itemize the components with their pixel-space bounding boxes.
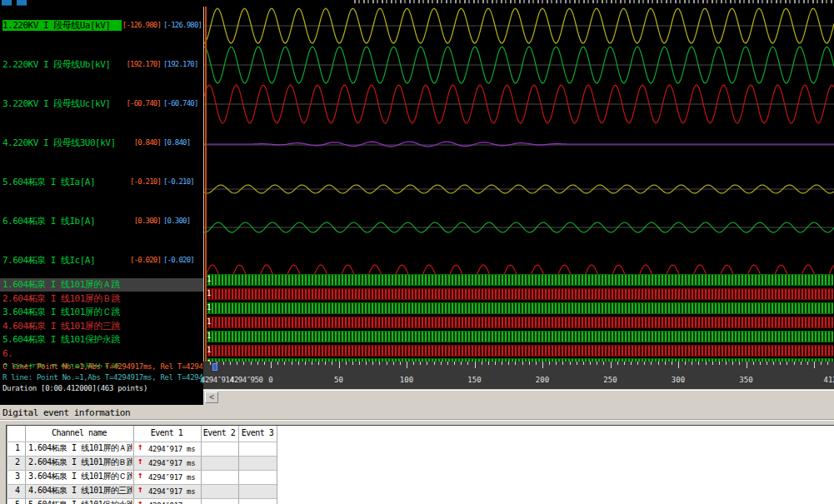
axis-tick bbox=[230, 362, 231, 365]
axis-tick bbox=[672, 362, 672, 365]
table-header-event-1: Event 1 bbox=[151, 428, 183, 438]
scroll-left-button[interactable]: < bbox=[205, 392, 218, 403]
digital-bar-value: 1 bbox=[207, 332, 211, 341]
toolbar-icon-2[interactable] bbox=[17, 0, 27, 6]
cursor-c-status: C line: Point No.=1,Abs T=4294917ms, Rel… bbox=[2, 362, 202, 372]
analog-channel-row[interactable]: 3.220KV I 段母线Uc[kV][-60.740][-60.740] bbox=[0, 98, 203, 110]
axis-label: 300 bbox=[672, 376, 685, 384]
axis-tick bbox=[475, 362, 476, 368]
event-channel-name[interactable]: 1.604柘泉 I 线101屏的Ａ跳 bbox=[28, 443, 132, 453]
cursor-c-line[interactable] bbox=[205, 7, 207, 372]
axis-tick bbox=[821, 362, 822, 365]
axis-tick bbox=[617, 362, 618, 365]
digital-channel-row[interactable]: 3.604柘泉 I 线101屏的Ｃ跳 bbox=[0, 306, 203, 319]
axis-tick bbox=[678, 362, 679, 368]
axis-tick bbox=[726, 362, 727, 365]
ruler-absolute-time-labels: 4294″9144294″950 bbox=[200, 376, 300, 385]
analog-channel-row[interactable]: 4.220KV I 段母线3U0[kV][0.840][0.840] bbox=[0, 137, 203, 149]
axis-tick bbox=[223, 362, 224, 365]
axis-tick bbox=[352, 362, 353, 365]
event-channel-name[interactable]: 2.604柘泉 I 线101屏的Ｂ跳 bbox=[28, 457, 132, 467]
separator-highlight bbox=[0, 420, 834, 421]
event-row-number: 4 bbox=[15, 486, 20, 496]
axis-tick bbox=[413, 362, 414, 365]
event-channel-name[interactable]: 3.604柘泉 I 线101屏的Ｃ跳 bbox=[28, 472, 132, 482]
channel-value-instant: [-0.020] bbox=[121, 255, 161, 266]
cursor-handle[interactable] bbox=[212, 363, 217, 371]
event-time: 4294″917 ms bbox=[148, 472, 195, 482]
digital-bar-value: 1 bbox=[207, 346, 211, 355]
event-rise-arrow-icon: ↑ bbox=[137, 457, 142, 467]
axis-tick bbox=[400, 362, 401, 365]
section-title: Digital event information bbox=[2, 407, 130, 418]
digital-channel-row[interactable]: 2.604柘泉 I 线101屏的Ｂ跳 bbox=[0, 292, 203, 306]
axis-tick bbox=[427, 362, 427, 365]
axis-tick bbox=[264, 362, 265, 365]
axis-tick bbox=[312, 362, 312, 365]
digital-channel-row[interactable]: 6. bbox=[0, 347, 203, 361]
channel-label: 2.220KV I 段母线Ub[kV] bbox=[2, 59, 122, 70]
waveforms bbox=[204, 7, 834, 275]
axis-tick bbox=[434, 362, 435, 365]
axis-tick bbox=[508, 362, 509, 365]
axis-tick bbox=[739, 362, 740, 365]
analog-channel-row[interactable]: 7.604柘泉 I 线Ic[A][-0.020][-0.020] bbox=[0, 255, 203, 267]
axis-tick bbox=[461, 362, 462, 365]
event-channel-name[interactable]: 4.604柘泉 I 线101屏的三跳 bbox=[28, 486, 132, 496]
panel-divider[interactable] bbox=[203, 7, 204, 389]
axis-tick bbox=[780, 362, 781, 365]
axis-tick bbox=[767, 362, 767, 365]
axis-label: 350 bbox=[739, 376, 752, 384]
channel-value-instant: [0.840] bbox=[121, 137, 161, 148]
axis-tick bbox=[773, 362, 774, 365]
digital-channel-row[interactable]: 1.604柘泉 I 线101屏的Ａ跳 bbox=[0, 278, 203, 292]
axis-tick bbox=[502, 362, 502, 365]
axis-tick bbox=[577, 362, 577, 365]
axis-tick bbox=[570, 362, 571, 365]
axis-tick bbox=[454, 362, 455, 365]
channel-value-cursor: [192.170] bbox=[163, 59, 203, 70]
duration-status: Duration [0:00.412000](463 points) bbox=[2, 383, 202, 394]
analog-channel-row[interactable]: 1.220KV I 段母线Ua[kV][-126.980][-126.980] bbox=[0, 20, 203, 32]
analog-channel-row[interactable]: 5.604柘泉 I 线Ia[A][-0.210][-0.210] bbox=[0, 177, 203, 188]
axis-tick bbox=[597, 362, 597, 365]
axis-tick bbox=[271, 362, 272, 368]
digital-bar-value: 1 bbox=[207, 303, 211, 312]
digital-bars-plot[interactable]: 1111111 bbox=[204, 274, 834, 362]
axis-tick bbox=[318, 362, 319, 365]
channel-label: 4.220KV I 段母线3U0[kV] bbox=[2, 137, 122, 148]
axis-tick bbox=[210, 362, 211, 365]
channel-value-cursor: [-0.210] bbox=[163, 177, 203, 187]
digital-channel-row[interactable]: 5.604柘泉 I 线101保护永跳 bbox=[0, 333, 203, 347]
channel-label: 5.604柘泉 I 线Ia[A] bbox=[2, 177, 122, 187]
event-channel-name[interactable]: 5.604柘泉 I 线101保护永跳 bbox=[28, 500, 132, 504]
event-time: 4294″917 ms bbox=[148, 501, 195, 504]
digital-channel-row[interactable]: 4.604柘泉 I 线101屏的三跳 bbox=[0, 320, 203, 333]
axis-tick bbox=[651, 362, 652, 365]
axis-tick bbox=[447, 362, 448, 365]
axis-tick bbox=[305, 362, 306, 365]
axis-tick bbox=[332, 362, 332, 365]
event-time: 4294″917 ms bbox=[148, 487, 195, 497]
channel-value-cursor: [-0.020] bbox=[163, 255, 203, 266]
axis-tick bbox=[827, 362, 828, 365]
axis-tick bbox=[611, 362, 612, 368]
analog-channel-row[interactable]: 2.220KV I 段母线Ub[kV][192.170][192.170] bbox=[0, 59, 203, 71]
axis-tick bbox=[665, 362, 666, 365]
table-grid-vline bbox=[133, 426, 134, 504]
table-grid-vline bbox=[201, 426, 202, 504]
axis-tick bbox=[698, 362, 699, 365]
digital-channel-list: 1.604柘泉 I 线101屏的Ａ跳2.604柘泉 I 线101屏的Ｂ跳3.60… bbox=[0, 278, 203, 367]
event-rise-arrow-icon: ↑ bbox=[137, 442, 142, 452]
digital-event-table: Channel nameEvent 1Event 2Event 311.604柘… bbox=[6, 425, 834, 504]
analog-waveform-plot[interactable] bbox=[204, 7, 834, 275]
axis-label: 100 bbox=[400, 376, 413, 384]
channel-value-instant: [-0.210] bbox=[121, 177, 161, 187]
analog-channel-row[interactable]: 6.604柘泉 I 线Ib[A][0.300][0.300] bbox=[0, 216, 203, 227]
waveform-analysis-window: 1.220KV I 段母线Ua[kV][-126.980][-126.980]2… bbox=[0, 0, 834, 504]
axis-tick bbox=[556, 362, 557, 365]
horizontal-scrollbar[interactable]: < bbox=[203, 390, 834, 402]
toolbar-icon-1[interactable] bbox=[2, 0, 12, 6]
axis-tick bbox=[420, 362, 421, 365]
channel-label: 7.604柘泉 I 线Ic[A] bbox=[2, 255, 122, 266]
